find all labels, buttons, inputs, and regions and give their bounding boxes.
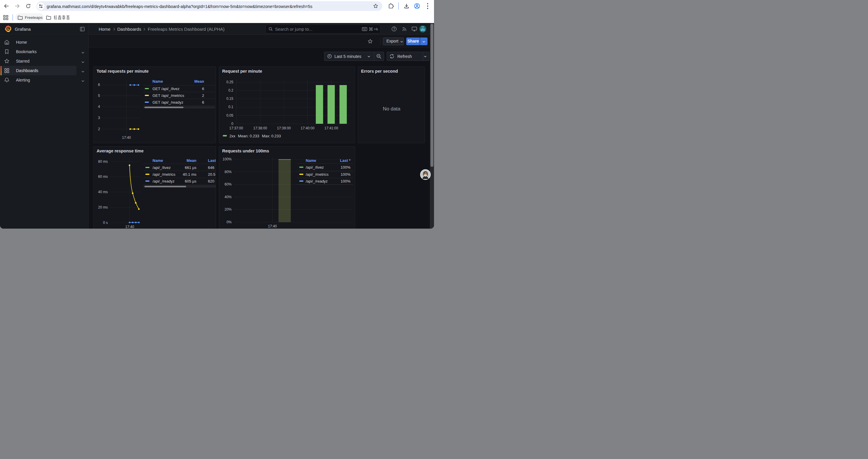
svg-text:17:40: 17:40 [122, 136, 131, 140]
svg-text:17:41:00: 17:41:00 [324, 126, 338, 130]
svg-text:0.2: 0.2 [228, 88, 234, 93]
svg-text:5: 5 [98, 94, 100, 98]
svg-text:17:38:00: 17:38:00 [253, 126, 267, 130]
svg-text:60 ms: 60 ms [98, 174, 108, 179]
svg-text:17:39:00: 17:39:00 [277, 126, 291, 130]
svg-text:0 s: 0 s [103, 221, 108, 225]
svg-text:3: 3 [98, 116, 100, 120]
svg-text:80 ms: 80 ms [98, 160, 108, 164]
svg-text:40%: 40% [224, 195, 231, 199]
svg-text:4: 4 [98, 104, 100, 109]
svg-text:17:40:00: 17:40:00 [301, 126, 315, 130]
svg-text:17:37:00: 17:37:00 [229, 126, 243, 130]
svg-text:0.05: 0.05 [226, 113, 234, 118]
svg-text:6: 6 [98, 83, 100, 87]
svg-text:20%: 20% [224, 207, 231, 211]
svg-text:0%: 0% [226, 220, 232, 224]
svg-text:0.1: 0.1 [228, 105, 234, 109]
svg-text:60%: 60% [224, 182, 231, 186]
svg-text:100%: 100% [222, 157, 231, 161]
svg-text:40 ms: 40 ms [98, 190, 108, 194]
svg-text:0.25: 0.25 [226, 80, 234, 84]
svg-text:17:40: 17:40 [268, 224, 277, 228]
svg-text:17:40: 17:40 [125, 225, 134, 229]
svg-text:20 ms: 20 ms [98, 205, 108, 209]
svg-text:0.15: 0.15 [226, 97, 234, 101]
svg-text:80%: 80% [224, 170, 231, 174]
svg-text:0: 0 [231, 122, 234, 126]
svg-text:2: 2 [98, 127, 100, 131]
